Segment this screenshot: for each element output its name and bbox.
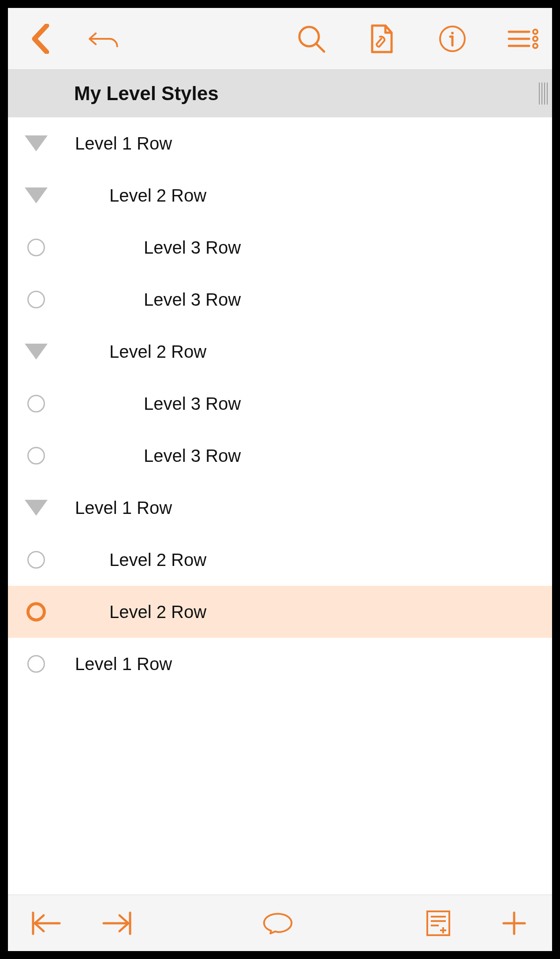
outline-row[interactable]: Level 3 Row xyxy=(8,378,552,430)
status-circle-icon[interactable] xyxy=(24,551,49,569)
outline-row[interactable]: Level 3 Row xyxy=(8,273,552,326)
document-header[interactable]: My Level Styles xyxy=(8,70,552,117)
note-page-icon xyxy=(426,910,451,937)
svg-point-10 xyxy=(533,37,538,41)
outline-row[interactable]: Level 1 Row xyxy=(8,638,552,690)
info-icon xyxy=(439,25,466,52)
column-resize-handle[interactable] xyxy=(538,82,549,105)
row-label[interactable]: Level 1 Row xyxy=(75,654,172,674)
attach-note-button[interactable] xyxy=(422,907,454,939)
row-label[interactable]: Level 3 Row xyxy=(144,238,241,258)
search-icon xyxy=(297,24,326,53)
search-button[interactable] xyxy=(295,23,327,55)
status-circle-icon[interactable] xyxy=(24,291,49,308)
info-button[interactable] xyxy=(437,23,468,55)
svg-rect-16 xyxy=(427,911,449,935)
more-menu-button[interactable] xyxy=(507,23,539,55)
row-label[interactable]: Level 3 Row xyxy=(144,446,241,466)
disclosure-triangle-icon[interactable] xyxy=(24,187,49,203)
outline-row[interactable]: Level 2 Row xyxy=(8,586,552,638)
row-label[interactable]: Level 2 Row xyxy=(109,186,206,206)
list-more-icon xyxy=(507,28,539,49)
outline-row[interactable]: Level 2 Row xyxy=(8,169,552,221)
row-label[interactable]: Level 2 Row xyxy=(109,342,206,362)
row-label[interactable]: Level 3 Row xyxy=(144,394,241,414)
row-label[interactable]: Level 1 Row xyxy=(75,134,172,154)
outdent-button[interactable] xyxy=(30,907,62,939)
outline-content: Level 1 RowLevel 2 RowLevel 3 RowLevel 3… xyxy=(8,117,552,895)
document-settings-button[interactable] xyxy=(366,23,398,55)
document-title: My Level Styles xyxy=(74,82,219,105)
indent-button[interactable] xyxy=(101,907,133,939)
status-circle-icon[interactable] xyxy=(24,602,49,622)
outline-row[interactable]: Level 2 Row xyxy=(8,326,552,378)
status-circle-icon[interactable] xyxy=(24,395,49,412)
back-button[interactable] xyxy=(25,23,56,55)
speech-bubble-icon xyxy=(262,909,294,938)
undo-button[interactable] xyxy=(88,23,120,55)
row-label[interactable]: Level 1 Row xyxy=(75,498,172,518)
note-button[interactable] xyxy=(262,907,294,939)
plus-icon xyxy=(501,910,527,937)
disclosure-triangle-icon[interactable] xyxy=(24,135,49,151)
indent-icon xyxy=(102,911,133,936)
bottom-toolbar xyxy=(8,895,552,951)
svg-point-9 xyxy=(533,30,538,34)
outline-row[interactable]: Level 1 Row xyxy=(8,117,552,169)
status-circle-icon[interactable] xyxy=(24,655,49,673)
row-label[interactable]: Level 2 Row xyxy=(109,550,206,570)
status-circle-icon[interactable] xyxy=(24,447,49,465)
svg-point-11 xyxy=(533,44,538,48)
add-row-button[interactable] xyxy=(498,907,530,939)
disclosure-triangle-icon[interactable] xyxy=(24,500,49,516)
top-toolbar xyxy=(8,8,552,70)
outdent-icon xyxy=(30,911,61,936)
svg-line-1 xyxy=(316,44,324,52)
outline-row[interactable]: Level 2 Row xyxy=(8,534,552,586)
row-label[interactable]: Level 2 Row xyxy=(109,602,206,622)
outline-row[interactable]: Level 3 Row xyxy=(8,430,552,482)
disclosure-triangle-icon[interactable] xyxy=(24,344,49,360)
status-circle-icon[interactable] xyxy=(24,239,49,256)
row-label[interactable]: Level 3 Row xyxy=(144,290,241,310)
outline-row[interactable]: Level 3 Row xyxy=(8,221,552,273)
svg-point-3 xyxy=(451,32,454,34)
outline-row[interactable]: Level 1 Row xyxy=(8,482,552,534)
undo-icon xyxy=(88,26,120,51)
document-wrench-icon xyxy=(370,24,394,54)
chevron-left-icon xyxy=(31,24,50,54)
